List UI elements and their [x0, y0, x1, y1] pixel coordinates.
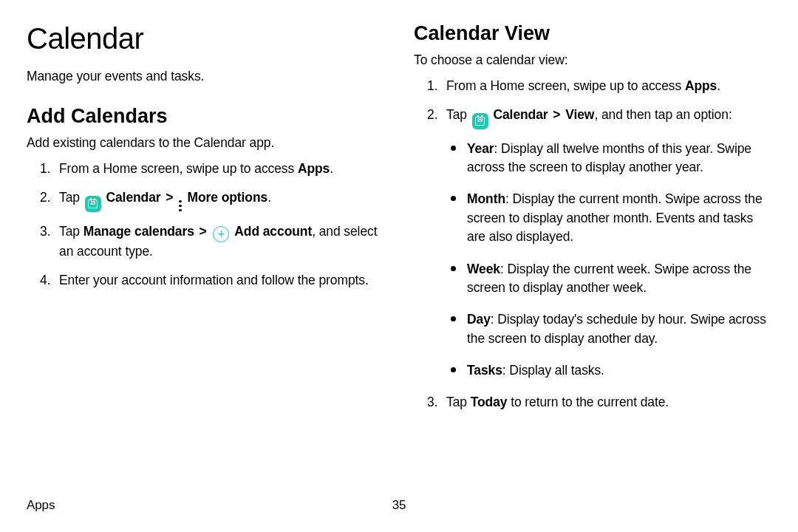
step-2: Tap 29 Calendar > View, and then tap an …: [414, 106, 771, 380]
footer-page-number: 35: [392, 498, 406, 513]
option-text: : Display all tasks.: [502, 363, 604, 378]
step-2: Tap 29 Calendar > More options.: [27, 188, 384, 211]
option-label: Month: [467, 191, 505, 206]
step-text: to return to the current date.: [507, 395, 669, 409]
step-text: From a Home screen, swipe up to access: [446, 78, 685, 93]
option-text: : Display the current month. Swipe acros…: [467, 191, 763, 244]
option-month: Month: Display the current month. Swipe …: [446, 190, 771, 246]
section-title-add-calendars: Add Calendars: [27, 105, 384, 128]
page-footer: Apps 35: [27, 498, 771, 513]
add-account-label: Add account: [234, 224, 312, 239]
option-week: Week: Display the current week. Swipe ac…: [446, 260, 771, 298]
chevron-icon: >: [200, 224, 207, 239]
right-column: Calendar View To choose a calendar view:…: [414, 22, 771, 495]
plus-icon: +: [213, 226, 229, 242]
step-1: From a Home screen, swipe up to access A…: [414, 77, 771, 95]
option-text: : Display today's schedule by hour. Swip…: [467, 312, 766, 345]
page-columns: Calendar Manage your events and tasks. A…: [27, 22, 771, 495]
step-4: Enter your account information and follo…: [27, 271, 384, 290]
section-intro-calendar-view: To choose a calendar view:: [414, 52, 771, 68]
step-text: .: [267, 190, 271, 205]
option-text: : Display all twelve months of this year…: [467, 141, 751, 174]
left-column: Calendar Manage your events and tasks. A…: [27, 22, 384, 495]
option-label: Year: [467, 141, 494, 156]
view-options-list: Year: Display all twelve months of this …: [446, 140, 771, 381]
today-label: Today: [471, 395, 508, 409]
step-text: Tap: [59, 190, 83, 205]
calendar-icon-number: 29: [90, 201, 95, 206]
calendar-icon-number: 29: [477, 118, 482, 123]
option-label: Week: [467, 262, 500, 276]
option-label: Day: [467, 312, 491, 327]
step-text: .: [330, 161, 333, 176]
option-text: : Display the current week. Swipe across…: [467, 262, 751, 295]
apps-label: Apps: [685, 78, 717, 93]
step-text: .: [717, 78, 720, 93]
step-text: , and then tap an option:: [594, 107, 732, 122]
more-options-label: More options: [187, 190, 267, 205]
step-text: Tap: [59, 224, 83, 239]
page-title: Calendar: [27, 22, 384, 55]
calendar-icon: 29: [85, 196, 101, 212]
section-title-calendar-view: Calendar View: [414, 22, 771, 45]
step-3: Tap Manage calendars > + Add account, an…: [27, 222, 384, 261]
option-tasks: Tasks: Display all tasks.: [446, 361, 771, 380]
option-label: Tasks: [467, 363, 502, 378]
step-text: From a Home screen, swipe up to access: [59, 161, 298, 176]
chevron-icon: >: [553, 107, 560, 122]
calendar-view-steps: From a Home screen, swipe up to access A…: [414, 77, 771, 412]
calendar-icon: 29: [472, 113, 488, 129]
footer-section-label: Apps: [27, 498, 55, 513]
chevron-icon: >: [166, 190, 173, 205]
view-label: View: [565, 107, 594, 122]
manage-calendars-label: Manage calendars: [83, 224, 194, 239]
step-text: Enter your account information and follo…: [59, 273, 369, 287]
step-text: Tap: [446, 395, 471, 409]
calendar-label: Calendar: [493, 107, 548, 122]
more-options-icon: [179, 200, 182, 212]
option-day: Day: Display today's schedule by hour. S…: [446, 310, 771, 348]
page-intro: Manage your events and tasks.: [27, 69, 384, 84]
section-intro-add-calendars: Add existing calendars to the Calendar a…: [27, 135, 384, 151]
add-calendars-steps: From a Home screen, swipe up to access A…: [27, 160, 384, 290]
step-1: From a Home screen, swipe up to access A…: [27, 160, 384, 178]
step-3: Tap Today to return to the current date.: [414, 393, 771, 412]
step-text: Tap: [446, 107, 471, 122]
apps-label: Apps: [298, 161, 330, 176]
calendar-label: Calendar: [106, 190, 160, 205]
option-year: Year: Display all twelve months of this …: [446, 140, 771, 177]
